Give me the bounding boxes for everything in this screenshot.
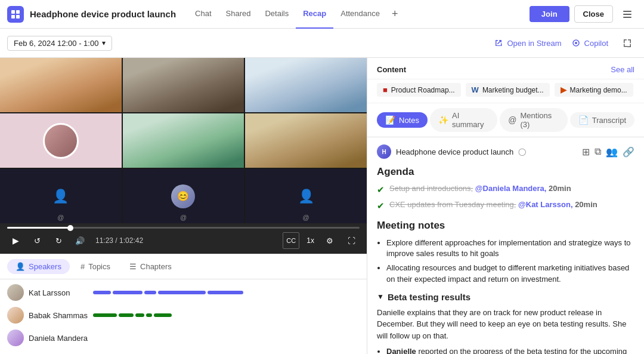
volume-button[interactable]: 🔊 <box>72 232 88 249</box>
notes-icon: 📝 <box>385 115 395 125</box>
time-display: 11:23 / 1:02:42 <box>95 236 143 245</box>
timeline-bars <box>93 291 360 294</box>
settings-icon[interactable] <box>618 5 637 24</box>
bar <box>113 291 143 294</box>
collapse-icon[interactable]: ▼ <box>377 293 384 301</box>
video-cell-2 <box>123 58 244 112</box>
chevron-down-icon: ▾ <box>102 39 106 47</box>
grid-icon[interactable]: ⊞ <box>582 146 590 158</box>
bar <box>146 313 152 317</box>
notes-tab-mentions[interactable]: @ Mentions (3) <box>500 108 567 132</box>
bar <box>144 291 156 294</box>
header-actions: Join Close <box>530 5 637 24</box>
meeting-notes-title: Meeting notes <box>377 220 634 232</box>
speakers-tab[interactable]: 👤 Speakers <box>7 259 70 274</box>
expand-icon[interactable] <box>618 33 637 53</box>
progress-bar[interactable] <box>7 227 360 229</box>
ai-icon: ✨ <box>438 115 448 125</box>
settings-icon[interactable]: ⚙ <box>321 232 338 249</box>
speaker-row: Babak Shammas <box>7 307 360 324</box>
content-files: ■ Product Roadmap... W Marketing budget.… <box>367 79 644 103</box>
content-header: Content See all <box>367 58 644 79</box>
file-name: Product Roadmap... <box>391 86 455 94</box>
avatar <box>7 284 24 301</box>
left-panel: 👤 @ 😊 @ 👤 @ ▶ ↺ ↻ 🔊 <box>0 58 367 354</box>
video-cell-5 <box>123 113 244 168</box>
bar <box>135 313 144 317</box>
tab-chat[interactable]: Chat <box>188 0 218 29</box>
bold-name: Danielle <box>386 347 416 354</box>
bar <box>93 313 117 317</box>
copy-icon[interactable]: ⧉ <box>595 146 601 157</box>
list-item: Explore different approaches for impleme… <box>386 238 634 259</box>
bar <box>154 313 172 317</box>
file-chip-ppt[interactable]: ▶ Marketing demo... <box>555 83 633 97</box>
bar <box>93 291 111 294</box>
tab-recap[interactable]: Recap <box>296 0 333 29</box>
fullscreen-button[interactable]: ⛶ <box>343 232 360 249</box>
beta-section: ▼ Beta testing results Danielle explains… <box>377 292 634 354</box>
video-controls: ▶ ↺ ↻ 🔊 11:23 / 1:02:42 CC 1x ⚙ ⛶ <box>0 223 367 254</box>
speaker-tabs: 👤 Speakers # Topics ☰ Chapters <box>0 254 367 279</box>
close-button[interactable]: Close <box>574 5 613 23</box>
video-cell-9: 👤 @ <box>245 169 367 223</box>
ppt-icon: ▶ <box>561 85 566 94</box>
see-all-button[interactable]: See all <box>611 65 634 74</box>
file-name: Marketing demo... <box>570 86 627 94</box>
meeting-actions: ⊞ ⧉ 👥 🔗 <box>582 146 634 158</box>
chapters-icon: ☰ <box>129 262 137 271</box>
header: Headphone device product launch Chat Sha… <box>0 0 644 29</box>
tab-details[interactable]: Details <box>258 0 296 29</box>
link-icon[interactable]: 🔗 <box>623 146 634 158</box>
notes-area[interactable]: H Headphone device product launch ◯ ⊞ ⧉ … <box>367 137 644 354</box>
tab-shared[interactable]: Shared <box>219 0 258 29</box>
mentions-icon: @ <box>508 115 516 125</box>
tab-attendance[interactable]: Attendance <box>333 0 387 29</box>
copilot-label: Copilot <box>584 39 608 48</box>
agenda-mention: @Kat Larsson, <box>518 200 572 209</box>
bar <box>208 291 243 294</box>
agenda-item-2: ✔ CXE updates from Tuesday meeting, @Kat… <box>377 200 634 211</box>
people-icon[interactable]: 👥 <box>606 146 618 158</box>
subtitles-button[interactable]: CC <box>283 232 299 249</box>
speaker-name: Kat Larsson <box>29 288 88 297</box>
notes-tab-ai-summary[interactable]: ✨ AI summary <box>430 108 497 132</box>
speaker-row: Kat Larsson <box>7 284 360 301</box>
rewind-button[interactable]: ↺ <box>29 232 45 249</box>
file-chip-pdf[interactable]: ■ Product Roadmap... <box>377 83 461 97</box>
agenda-time: 20min <box>575 200 597 209</box>
svg-point-8 <box>575 42 577 44</box>
progress-dot <box>67 225 73 231</box>
speaker-name: Babak Shammas <box>29 311 88 320</box>
agenda-strikethrough: Setup and introductions, <box>389 184 473 193</box>
add-tab-button[interactable]: + <box>387 0 403 29</box>
meeting-title: Headphone device product launch <box>30 9 176 19</box>
controls-row: ▶ ↺ ↻ 🔊 11:23 / 1:02:42 CC 1x ⚙ ⛶ <box>7 232 360 249</box>
topics-tab[interactable]: # Topics <box>72 259 119 274</box>
forward-button[interactable]: ↻ <box>50 232 67 249</box>
app-icon <box>7 6 24 23</box>
file-name: Marketing budget... <box>482 86 544 94</box>
copilot-button[interactable]: Copilot <box>571 38 608 48</box>
video-cell-6 <box>245 113 367 168</box>
date-selector[interactable]: Feb 6, 2024 12:00 - 1:00 ▾ <box>7 36 112 51</box>
speaker-name: Daniela Mandera <box>29 334 88 343</box>
svg-rect-1 <box>16 10 20 14</box>
svg-rect-6 <box>623 17 631 18</box>
play-button[interactable]: ▶ <box>7 232 24 249</box>
notes-tab-notes[interactable]: 📝 Notes <box>377 112 428 128</box>
timeline-bars <box>93 313 360 317</box>
video-cell-4 <box>0 113 122 168</box>
video-grid: 👤 @ 😊 @ 👤 @ <box>0 58 367 223</box>
open-in-stream-button[interactable]: Open in Stream <box>494 38 561 48</box>
word-icon: W <box>472 85 479 94</box>
join-button[interactable]: Join <box>530 6 569 22</box>
notes-tab-transcript[interactable]: 📄 Transcript <box>570 112 634 128</box>
beta-bullet-text: reported on the progress of the beta tes… <box>418 347 627 354</box>
speed-selector[interactable]: 1x <box>304 235 317 246</box>
list-item: Allocating resources and budget to diffe… <box>386 263 634 284</box>
status-indicator: ◯ <box>518 147 526 156</box>
chapters-tab[interactable]: ☰ Chapters <box>121 259 180 274</box>
main-content: 👤 @ 😊 @ 👤 @ ▶ ↺ ↻ 🔊 <box>0 58 644 354</box>
file-chip-word[interactable]: W Marketing budget... <box>466 83 550 97</box>
